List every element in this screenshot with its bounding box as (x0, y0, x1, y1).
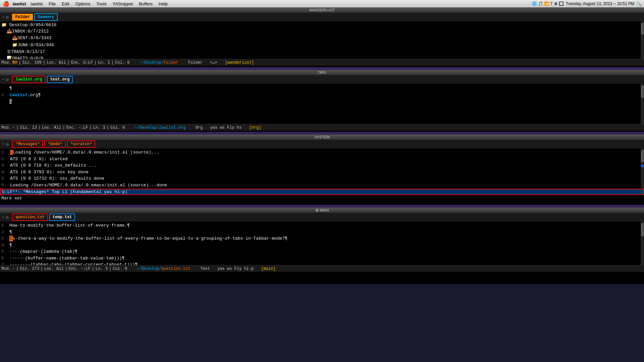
main-nav-arrow[interactable]: ▷ (6, 215, 9, 220)
divider-3 (0, 205, 644, 207)
msg-line-3: 3 ATS (0 0 710 0): osx_defaults ... (1, 162, 643, 169)
msg-linenum-3: 3 (1, 162, 8, 169)
main-linenum-1: 1 (1, 222, 7, 229)
menu-yasnippet[interactable]: YASnippet (110, 1, 136, 6)
tab-temp-txt[interactable]: temp.txt (49, 214, 75, 221)
folder-trash[interactable]: 🗑 TRASH:0/13/17 (1, 49, 643, 55)
org-bracket: [org] (249, 124, 261, 131)
main-linenum-6: 6 (1, 255, 7, 262)
menubar-clock: Tuesday, August 13, 2013 -- 10:51 PM (566, 1, 634, 6)
tab-messages[interactable]: *Messages* (12, 140, 43, 148)
system-content: 1 LLoading /Users/HOME/.0.data/.0.emacs/… (0, 148, 644, 189)
org-nav-arrow[interactable]: ▷ (6, 77, 9, 82)
main-dash: - (12, 265, 15, 272)
tab-bbdb[interactable]: *bbdb* (44, 140, 65, 148)
drafts-label: DRAFTS:0/0/0 (12, 56, 44, 59)
menu-file[interactable]: File (46, 1, 58, 6)
org-loc: Loc. All (42, 124, 61, 131)
main-linenum-5: 5 (1, 248, 7, 255)
main-enc: Enc. -:LF (69, 265, 91, 272)
app-name[interactable]: lawlist (13, 1, 26, 6)
main-text-1: How·to·modify·the·buffer-list·of·every·f… (9, 222, 130, 229)
folder-sent[interactable]: 📤 SENT:0/0/3343 (1, 35, 643, 42)
main-text-6: ······(buffer-name·(tabbar-tab-value·tab… (9, 255, 124, 262)
trash-label: TRASH:0/13/17 (11, 49, 45, 55)
main-cursor: I (9, 236, 13, 241)
menu-help[interactable]: Help (156, 1, 170, 6)
main-linenum-4: 4 (1, 242, 7, 249)
main-line-4: 4 ¶ (1, 242, 643, 249)
msg-text-1: Loading /Users/HOME/.0.data/.0.emacs/ini… (13, 150, 159, 155)
main-path-file: question.txt (161, 266, 190, 271)
org-linenum-3 (1, 99, 4, 104)
wl-nav-minus[interactable]: - (1, 15, 5, 20)
main-mode: Text (200, 265, 210, 272)
menu-buffers[interactable]: Buffers (136, 1, 155, 6)
sys-nav-minus[interactable]: - (1, 142, 5, 147)
system-echo: Mark set (0, 195, 644, 202)
wanderlust-scrollbar[interactable] (641, 21, 644, 59)
tab-question-txt[interactable]: question.txt (12, 214, 48, 221)
main-line-1: 1 How·to·modify·the·buffer-list·of·every… (1, 222, 643, 229)
divider-2 (0, 132, 644, 134)
sys-nav-arrow[interactable]: ▷ (6, 142, 9, 147)
menu-options[interactable]: Options (73, 1, 93, 6)
wl-ro: RO (12, 59, 17, 66)
menu-lawlist[interactable]: lawlist (28, 1, 45, 6)
menubar-right: 🌐 🎵 📶 7 🖥 🔲 Tuesday, August 13, 2013 -- … (532, 1, 641, 6)
msg-linenum-5: 5 (1, 175, 8, 182)
msg-text-6: Loading /Users/HOME/.0.data/.0.emacs/ini… (10, 182, 167, 189)
msg-line-7: 7 Word wrapping enabled (1, 188, 643, 189)
system-titlebar: SYSTEM (0, 134, 644, 140)
tab-summary[interactable]: Summary (34, 13, 58, 21)
folder-drafts[interactable]: 📝 DRAFTS:0/0/0 (1, 55, 643, 59)
wl-bracket: [wanderlust] (225, 59, 254, 66)
folder-desktop: 📁 Desktop:0/954/6616 (1, 22, 643, 28)
menu-tools[interactable]: Tools (94, 1, 109, 6)
org-linenum-2: 2 (1, 93, 4, 98)
tab-lawlist-org[interactable]: lawlist.org (12, 76, 45, 83)
main-ln: Ln. 3 (96, 265, 108, 272)
system-tabbar: - ▷ *Messages* *bbdb* *scratch* (0, 140, 644, 148)
wl-nav-arrow[interactable]: ▷ (6, 15, 9, 20)
main-title: MAIN (320, 208, 329, 212)
org-lawlist-text: lawlist (9, 93, 28, 98)
folder-junk[interactable]: 📁 JUNK:0/934/946 (1, 42, 643, 49)
main-text-4: ¶ (9, 242, 12, 249)
wl-arrow: <↵> (210, 59, 218, 66)
system-title: SYSTEM (314, 135, 329, 139)
org-nav-minus[interactable]: - (1, 77, 5, 82)
menu-edit[interactable]: Edit (59, 1, 72, 6)
wl-col: Col. 0 (115, 59, 129, 66)
org-col: Col. 0 (110, 124, 125, 131)
wl-path-folder: Folder (164, 60, 178, 65)
msg-line-6: 6 Loading /Users/HOME/.0.data/.0.emacs/i… (1, 182, 643, 189)
tab-scratch[interactable]: *scratch* (67, 140, 96, 148)
org-tabbar: - ▷ lawlist.org test.org (0, 75, 644, 84)
msg-text-7: Word wrapping enabled (10, 188, 65, 189)
wanderlust-content: 📁 Desktop:0/954/6616 📥 INBOX:0/7/2312 📤 … (0, 21, 644, 59)
tab-test-org[interactable]: test.org (47, 76, 73, 83)
folder-inbox[interactable]: 📥 INBOX:0/7/2312 (1, 28, 643, 35)
msg-line-5: 5 ATS (0 0 15732 0): osx_defaults done (1, 175, 643, 182)
main-text-2: ¶ (9, 229, 12, 236)
wl-enc: Enc. U:LF (71, 59, 93, 66)
apple-icon[interactable]: 🍎 (3, 1, 9, 7)
main-nav-minus[interactable]: - (1, 215, 5, 220)
junk-label: JUNK:0/934/946 (17, 42, 54, 48)
msg-text-2: ATS (0 0 2 0): started (10, 156, 68, 163)
wanderlust-title: WANDERLUST (309, 8, 335, 12)
main-text-3: s·there·a·way·to·modify·the·buffer-list·… (13, 236, 287, 241)
main-statusbar: Mod. - | Siz. 273 | Loc. All | Enc. -:LF… (0, 265, 644, 272)
search-icon[interactable]: 🔍 (636, 1, 641, 6)
main-panel: 🖥 MAIN - ▷ question.txt temp.txt 1 How·t… (0, 207, 644, 275)
main-linenum-7: 7 (1, 261, 7, 265)
main-line-2: 2 ¶ (1, 229, 643, 236)
sys-scrollbar[interactable] (641, 148, 644, 189)
org-scrollbar[interactable] (641, 84, 644, 124)
main-line-6: 6 ······(buffer-name·(tabbar-tab-value·t… (1, 255, 643, 262)
divider-1 (0, 67, 644, 70)
org-linenum-1 (1, 86, 4, 91)
main-scrollbar[interactable] (641, 222, 644, 265)
tab-folder[interactable]: Folder (12, 14, 33, 20)
